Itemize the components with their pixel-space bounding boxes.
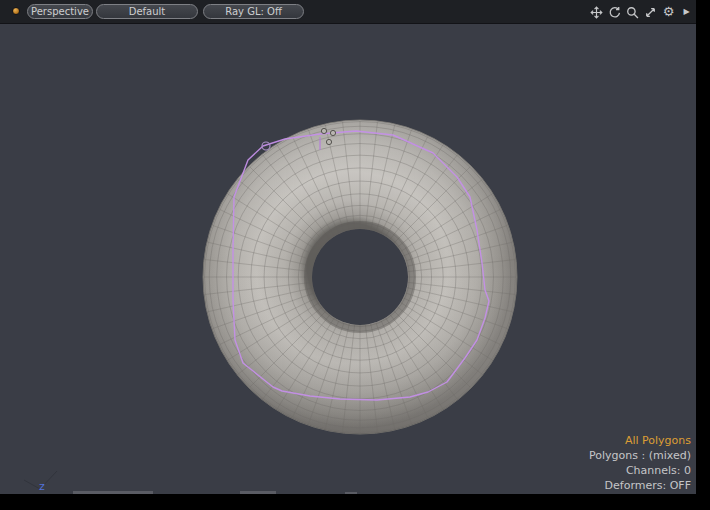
- crop-border: [696, 0, 710, 510]
- hud-selection-mode: All Polygons: [589, 433, 691, 448]
- rotate-icon[interactable]: [607, 3, 622, 21]
- edge-loop-selection[interactable]: [233, 131, 489, 400]
- crop-border: [0, 494, 710, 510]
- flyout-arrow-icon[interactable]: ▶: [679, 3, 694, 21]
- hud-deformers: Deformers: OFF: [589, 478, 691, 493]
- hole-contact-shadow: [308, 225, 412, 329]
- maximize-icon[interactable]: [643, 3, 658, 21]
- settings-gear-icon[interactable]: ⚙: [661, 3, 676, 21]
- viewport-nav-tools: ⚙ ▶: [589, 2, 694, 22]
- hud-polygons: Polygons : (mixed): [589, 448, 691, 463]
- torus-mesh: [203, 120, 517, 434]
- shading-default-button[interactable]: Default: [96, 4, 198, 19]
- status-dot[interactable]: [12, 7, 20, 15]
- axis-z-label: z: [39, 480, 45, 493]
- hud-channels: Channels: 0: [589, 463, 691, 478]
- hud-info: All Polygons Polygons : (mixed) Channels…: [589, 433, 691, 493]
- perspective-view-button[interactable]: Perspective: [27, 4, 93, 19]
- torus-wireframe: [204, 121, 516, 433]
- zoom-icon[interactable]: [625, 3, 640, 21]
- raygl-toggle-button[interactable]: Ray GL: Off: [203, 4, 304, 19]
- pan-icon[interactable]: [589, 3, 604, 21]
- tool-handle-dots[interactable]: [262, 128, 336, 150]
- viewport-window: Perspective Default Ray GL: Off: [0, 0, 710, 510]
